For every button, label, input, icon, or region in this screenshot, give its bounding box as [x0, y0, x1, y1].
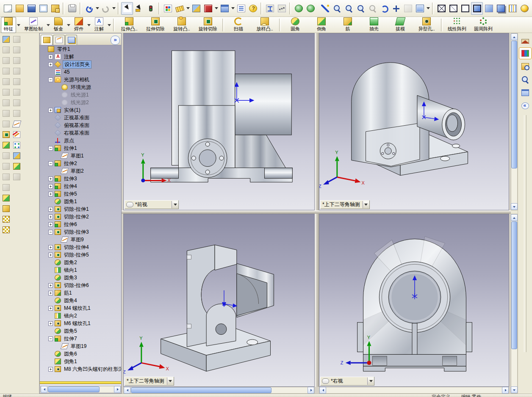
replace-face-button[interactable]	[1, 109, 11, 118]
tab-propertymanager[interactable]	[53, 35, 65, 45]
tree-item[interactable]: 俯视基准面	[40, 121, 121, 129]
viewport-isometric-top[interactable]: Y X Z *上下二等角轴测	[319, 33, 509, 210]
tree-item[interactable]: 镜向1	[40, 266, 121, 274]
extruded-boss-button[interactable]: 拉伸凸..	[116, 17, 142, 33]
tree-item[interactable]: 正视基准面	[40, 114, 121, 121]
draft-button[interactable]: 拔模	[387, 17, 413, 33]
standard-view-top-button[interactable]	[12, 77, 21, 86]
view-orientation-combo[interactable]: *上下二等角轴测	[125, 377, 174, 386]
swept-surface-button[interactable]	[1, 35, 11, 44]
select-wand-button[interactable]	[319, 2, 331, 15]
scroll-up-button[interactable]	[511, 214, 518, 221]
expand-toggle-icon[interactable]	[48, 253, 53, 257]
scroll-right-button[interactable]	[114, 386, 121, 393]
measure-button[interactable]	[174, 2, 186, 15]
circular-pattern-button[interactable]: 圆周阵列	[470, 17, 496, 33]
unfold-button[interactable]	[1, 162, 11, 171]
design-library-button[interactable]	[519, 61, 532, 72]
tree-item[interactable]: M8 六角凹头螺钉的柱形沉头	[40, 365, 121, 373]
expand-toggle-icon[interactable]	[48, 146, 53, 151]
tab-annotations[interactable]: 注解	[91, 17, 107, 33]
dropdown-arrow-icon[interactable]	[95, 3, 100, 14]
tree-item[interactable]: 圆角1	[40, 198, 121, 205]
weld-bead-button[interactable]	[276, 2, 288, 15]
select-button[interactable]	[121, 2, 133, 15]
standard-view-left-button[interactable]	[12, 56, 21, 65]
zoom-fit-button[interactable]	[331, 2, 343, 15]
tree-item[interactable]: 零件1	[40, 45, 121, 53]
zoom-area-button[interactable]	[343, 2, 355, 15]
dropdown-arrow-icon[interactable]	[186, 3, 190, 14]
shaded-with-edges-button[interactable]	[471, 2, 483, 15]
rollback-bar[interactable]	[40, 381, 121, 384]
options-list-button[interactable]	[235, 2, 247, 15]
expand-toggle-icon[interactable]	[48, 176, 53, 181]
tree-item[interactable]: 实体(1)	[40, 106, 121, 114]
expand-toggle-icon[interactable]	[48, 222, 53, 227]
trim-surface-button[interactable]	[1, 77, 11, 86]
pattern-table-2-button[interactable]	[1, 225, 11, 234]
dropdown-arrow-icon[interactable]	[86, 18, 91, 32]
tree-item[interactable]: 镜向2	[40, 312, 121, 320]
tree-item[interactable]: 线光源1	[40, 91, 121, 99]
rip-button[interactable]	[1, 193, 11, 202]
open-button[interactable]	[14, 2, 25, 15]
modify-sketch-button[interactable]	[12, 172, 21, 181]
viewport-splitter-vertical[interactable]	[315, 33, 319, 387]
dropdown-arrow-icon[interactable]	[66, 18, 71, 32]
tree-item[interactable]: 右视基准面	[40, 129, 121, 137]
expand-toggle-icon[interactable]	[48, 367, 53, 372]
tree-item[interactable]: 草图9	[40, 236, 121, 243]
scrollbar-thumb[interactable]	[131, 387, 272, 393]
scroll-left-button[interactable]	[41, 386, 47, 393]
cut-with-surface-button[interactable]	[1, 130, 11, 139]
speedpak-2-button[interactable]	[305, 2, 316, 15]
sketch-button[interactable]	[12, 119, 21, 128]
help-button[interactable]	[247, 2, 259, 15]
extend-surface-button[interactable]	[1, 66, 11, 75]
mid-surface-button[interactable]	[1, 98, 11, 107]
expand-toggle-icon[interactable]	[48, 161, 53, 166]
tree-item[interactable]: 筋1	[40, 289, 121, 297]
expand-toggle-icon[interactable]	[48, 192, 53, 196]
tree-item[interactable]: 圆角6	[40, 350, 121, 358]
redo-button[interactable]	[100, 2, 111, 15]
revolved-boss-button[interactable]: 旋转凸..	[169, 17, 195, 33]
make-assembly-button[interactable]	[49, 2, 61, 15]
view-split-button[interactable]	[219, 2, 230, 15]
dropdown-arrow-icon[interactable]	[230, 3, 235, 14]
lofted-surface-button[interactable]	[1, 45, 11, 54]
scroll-right-button[interactable]	[308, 387, 314, 394]
undo-button[interactable]	[83, 2, 95, 15]
combo-dropdown-button[interactable]	[367, 378, 374, 385]
expand-toggle-icon[interactable]	[48, 283, 53, 288]
filled-surface-button[interactable]	[1, 88, 11, 96]
standard-views-button[interactable]	[402, 2, 414, 15]
home-button[interactable]	[519, 34, 532, 46]
realview-button[interactable]	[518, 2, 530, 15]
fillet-button[interactable]: 圆角	[282, 17, 308, 33]
rib-button[interactable]: 筋	[335, 17, 361, 33]
expand-toggle-icon[interactable]	[48, 306, 53, 311]
add-relation-button[interactable]	[12, 141, 21, 149]
tree-item[interactable]: 注解	[40, 53, 121, 61]
tree-item[interactable]: 拉伸1	[40, 144, 121, 152]
standard-view-front-button[interactable]	[12, 35, 21, 44]
scroll-up-button[interactable]	[511, 33, 518, 40]
expand-toggle-icon[interactable]	[48, 62, 53, 67]
file-explorer-button[interactable]	[519, 74, 532, 85]
tab-sketch[interactable]: 草图绘制	[21, 17, 46, 33]
tree-item[interactable]: 切除-拉伸3	[40, 228, 121, 236]
tree-horizontal-scrollbar[interactable]	[40, 386, 121, 393]
rotate-view-button[interactable]	[378, 2, 390, 15]
expand-toggle-icon[interactable]	[48, 184, 53, 189]
tree-item[interactable]: 切除-拉伸2	[40, 213, 121, 221]
flatten-button[interactable]	[1, 183, 11, 192]
tree-item[interactable]: 草图19	[40, 342, 121, 350]
viewport-right[interactable]: Y Z *右视	[319, 214, 509, 387]
make-drawing-button[interactable]	[37, 2, 49, 15]
sheet-metal-gusset-button[interactable]	[1, 204, 11, 213]
viewport-splitter-horizontal[interactable]	[122, 210, 511, 214]
wireframe-button[interactable]	[435, 2, 447, 15]
standard-view-isometric-button[interactable]	[12, 98, 21, 107]
